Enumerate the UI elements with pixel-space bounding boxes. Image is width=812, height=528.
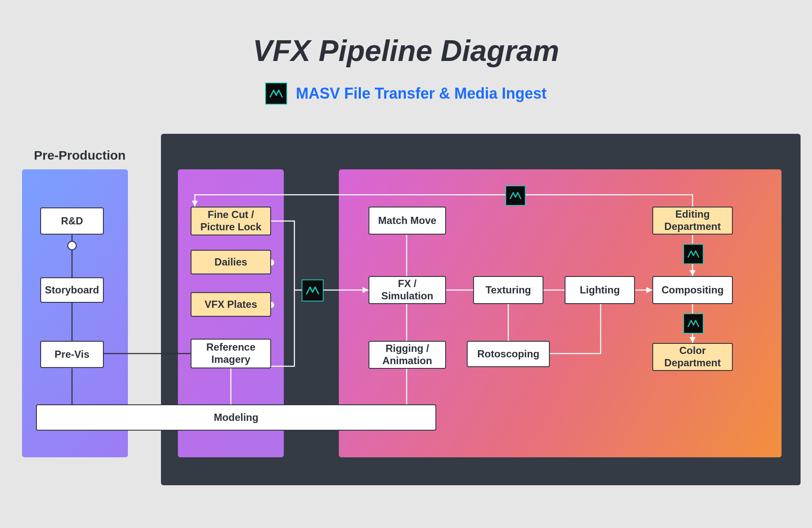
subtitle-text: MASV File Transfer & Media Ingest — [296, 85, 546, 102]
node-rigging-animation: Rigging / Animation — [369, 341, 446, 369]
masv-top-loop-icon — [505, 185, 526, 206]
masv-hub-icon — [302, 279, 324, 301]
node-vfx-plates: VFX Plates — [191, 292, 271, 317]
masv-logo-icon — [265, 83, 287, 105]
phase-label-pre: Pre-Production — [34, 148, 126, 163]
node-fine-cut: Fine Cut / Picture Lock — [191, 207, 271, 235]
node-editing-department: Editing Department — [652, 207, 733, 235]
diagram-title: VFX Pipeline Diagram — [0, 34, 812, 68]
node-reference-imagery: Reference Imagery — [191, 339, 271, 368]
masv-editing-to-compositing-icon — [683, 244, 704, 264]
node-modeling: Modeling — [36, 404, 436, 431]
node-storyboard: Storyboard — [40, 277, 104, 303]
node-previs: Pre-Vis — [40, 341, 104, 368]
masv-compositing-to-color-icon — [683, 313, 704, 334]
diagram-canvas: VFX Pipeline Diagram MASV File Transfer … — [0, 0, 812, 528]
node-rd: R&D — [40, 207, 104, 235]
node-texturing: Texturing — [473, 276, 543, 304]
node-dailies: Dailies — [191, 250, 271, 274]
node-match-move: Match Move — [369, 207, 446, 235]
node-fx-simulation: FX / Simulation — [369, 276, 446, 304]
diagram-subtitle: MASV File Transfer & Media Ingest — [0, 83, 812, 105]
node-color-department: Color Department — [652, 343, 733, 371]
node-lighting: Lighting — [565, 276, 635, 304]
node-compositing: Compositing — [652, 276, 733, 304]
node-rotoscoping: Rotoscoping — [467, 341, 550, 367]
